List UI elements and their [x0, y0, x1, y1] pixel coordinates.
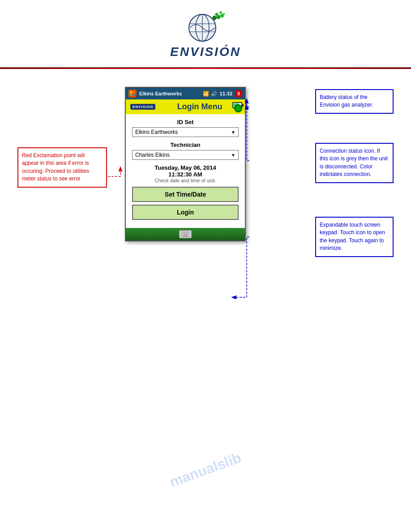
keypad-annotation: Expandable touch screen keypad. Touch ic… [315, 217, 394, 257]
svg-rect-20 [187, 232, 188, 233]
start-icon[interactable] [128, 90, 137, 98]
connection-annotation: Connection status icon. If this icon is … [315, 143, 394, 183]
date-time-area: Tuesday, May 06, 2014 11:32:30 AM Check … [132, 164, 239, 183]
set-time-button[interactable]: Set Time/Date [132, 187, 239, 202]
header: ENVISIÓN [0, 0, 411, 64]
svg-rect-22 [184, 234, 185, 235]
connection-annotation-text: Connection status icon. If this icon is … [320, 148, 388, 177]
globe-icon [185, 8, 226, 44]
header-divider [0, 67, 411, 69]
svg-rect-18 [184, 232, 185, 233]
svg-rect-17 [182, 232, 183, 233]
svg-point-5 [189, 14, 216, 41]
svg-rect-13 [133, 91, 135, 93]
battery-annotation-text: Battery status of the Envision gas analy… [320, 94, 373, 108]
technician-value: Charles Elkins [135, 152, 170, 158]
logo-container: ENVISIÓN [170, 8, 241, 59]
id-set-dropdown[interactable]: Elkins Earthworks ▼ [132, 127, 239, 137]
svg-rect-12 [130, 91, 132, 93]
keyboard-icon[interactable] [179, 230, 192, 238]
taskbar: Elkins Earthworks 📶 🔊 11:32 X [126, 88, 245, 99]
taskbar-time: 11:32 [220, 91, 232, 96]
battery-annotation: Battery status of the Envision gas analy… [315, 89, 394, 114]
main-scene: Red Exclamation point will appear in thi… [17, 78, 394, 311]
id-set-arrow: ▼ [231, 130, 235, 135]
login-body: ID Set Elkins Earthworks ▼ Technician Ch… [126, 114, 245, 228]
connection-icon [234, 104, 242, 112]
id-set-value: Elkins Earthworks [135, 129, 178, 135]
device-screen: Elkins Earthworks 📶 🔊 11:32 X ENVISION L… [125, 87, 246, 241]
svg-rect-25 [183, 236, 188, 236]
svg-rect-21 [182, 234, 183, 235]
taskbar-title: Elkins Earthworks [139, 91, 200, 96]
svg-point-10 [219, 11, 222, 14]
signal-icon: 📶 [203, 91, 209, 97]
envision-logo-small: ENVISION [130, 104, 155, 110]
watermark: manualslib [167, 450, 244, 491]
check-text: Check date and time of unit. [132, 178, 239, 183]
svg-point-9 [215, 13, 218, 16]
login-button[interactable]: Login [132, 205, 239, 220]
taskbar-bottom [126, 228, 245, 240]
device-mockup: Elkins Earthworks 📶 🔊 11:32 X ENVISION L… [125, 87, 246, 241]
error-annotation-text: Red Exclamation point will appear in thi… [22, 152, 89, 182]
svg-point-11 [223, 13, 225, 15]
technician-dropdown[interactable]: Charles Elkins ▼ [132, 150, 239, 160]
taskbar-icons: 📶 🔊 [203, 91, 217, 97]
login-title: Login Menu [159, 102, 240, 112]
date-text: Tuesday, May 06, 2014 [132, 164, 239, 171]
logo-brand: ENVISIÓN [170, 45, 241, 59]
svg-rect-19 [185, 232, 187, 233]
technician-arrow: ▼ [231, 153, 235, 158]
svg-rect-14 [130, 94, 132, 96]
id-set-label: ID Set [132, 119, 239, 125]
svg-rect-23 [185, 234, 187, 235]
technician-label: Technician [132, 142, 239, 148]
login-header: ENVISION Login Menu [126, 99, 245, 114]
close-button[interactable]: X [235, 90, 242, 97]
svg-point-6 [212, 16, 217, 20]
time-text: 11:32:30 AM [132, 171, 239, 178]
error-annotation: Red Exclamation point will appear in thi… [17, 147, 107, 188]
svg-rect-24 [187, 234, 188, 235]
keypad-annotation-text: Expandable touch screen keypad. Touch ic… [320, 222, 385, 251]
svg-rect-15 [133, 94, 135, 96]
speaker-icon: 🔊 [211, 91, 217, 97]
